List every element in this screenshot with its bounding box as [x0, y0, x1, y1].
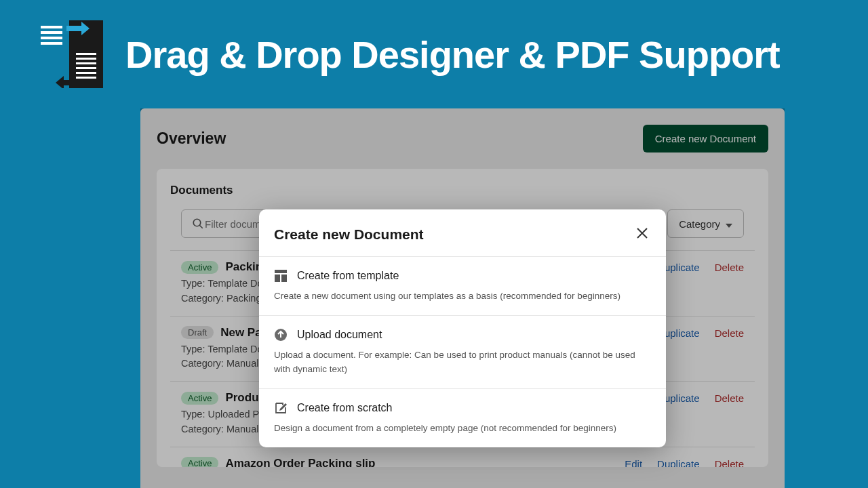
option-description: Upload a document. For example: Can be u… [274, 348, 651, 376]
app-logo-icon [41, 20, 105, 88]
edit-icon [274, 401, 288, 415]
option-description: Design a document from a completely empt… [274, 422, 651, 435]
hero-banner: Drag & Drop Designer & PDF Support [0, 0, 868, 108]
svg-rect-17 [281, 274, 287, 282]
create-document-modal: Create new Document Create from template… [259, 209, 666, 447]
svg-rect-10 [76, 77, 96, 79]
option-description: Create a new document using our template… [274, 289, 651, 303]
svg-rect-9 [76, 72, 96, 74]
svg-rect-0 [41, 26, 62, 28]
close-button[interactable] [633, 224, 651, 244]
upload-icon [274, 328, 288, 342]
svg-rect-7 [76, 62, 96, 64]
option-label: Create from scratch [297, 402, 392, 414]
option-create-from-template[interactable]: Create from template Create a new docume… [259, 256, 666, 315]
svg-rect-5 [76, 53, 96, 55]
option-upload-document[interactable]: Upload document Upload a document. For e… [259, 315, 666, 388]
svg-rect-6 [76, 58, 96, 60]
svg-rect-2 [41, 37, 62, 39]
option-label: Create from template [297, 270, 399, 282]
option-label: Upload document [297, 329, 382, 341]
svg-rect-8 [76, 67, 96, 69]
modal-title: Create new Document [274, 226, 424, 243]
svg-rect-1 [41, 31, 62, 34]
svg-rect-15 [275, 270, 287, 273]
template-icon [274, 269, 288, 283]
svg-rect-16 [275, 274, 280, 282]
svg-rect-3 [41, 42, 62, 45]
close-icon [636, 231, 648, 241]
option-create-from-scratch[interactable]: Create from scratch Design a document fr… [259, 388, 666, 447]
hero-title: Drag & Drop Designer & PDF Support [125, 33, 780, 77]
